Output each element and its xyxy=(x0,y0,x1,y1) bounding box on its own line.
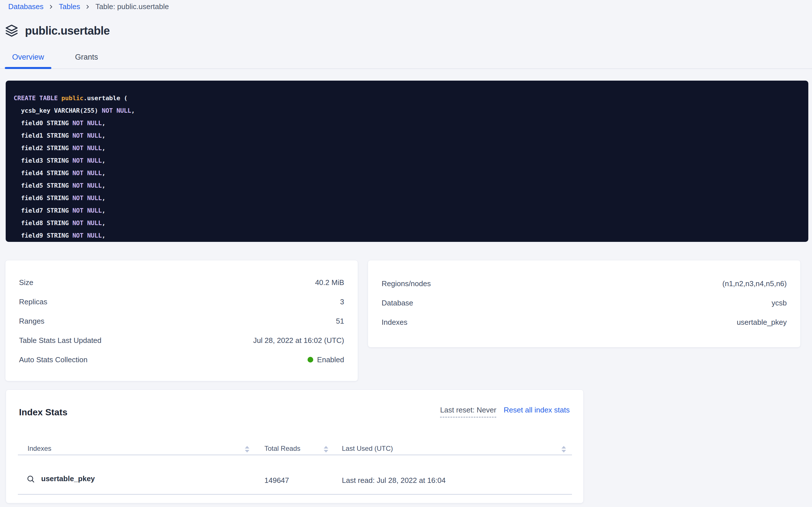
stat-value: 51 xyxy=(336,317,344,326)
index-table-header: Indexes Total Reads Last Used (UTC) xyxy=(6,445,583,454)
sort-arrows-icon[interactable] xyxy=(561,446,566,452)
stat-value: 40.2 MiB xyxy=(315,278,344,287)
column-header-indexes[interactable]: Indexes xyxy=(27,445,51,452)
breadcrumb-link-tables[interactable]: Tables xyxy=(59,2,80,11)
stat-row-database: Database ycsb xyxy=(382,293,787,313)
last-used-cell: Last read: Jul 28, 2022 at 16:04 xyxy=(342,476,446,485)
chevron-right-icon xyxy=(84,4,91,10)
index-stats-header: Index Stats Last reset: Never Reset all … xyxy=(6,390,583,417)
stat-label: Replicas xyxy=(19,297,47,306)
stat-value: ycsb xyxy=(772,299,787,307)
index-stats-meta: Last reset: Never Reset all index stats xyxy=(440,406,570,417)
breadcrumb-link-databases[interactable]: Databases xyxy=(8,2,44,11)
table-details-card: Size 40.2 MiB Replicas 3 Ranges 51 Table… xyxy=(5,260,358,381)
index-name: usertable_pkey xyxy=(41,474,95,483)
breadcrumb: Databases Tables Table: public.usertable xyxy=(8,2,169,11)
sql-code: CREATE TABLE public.usertable ( ycsb_key… xyxy=(14,92,800,242)
breadcrumb-current: Table: public.usertable xyxy=(95,2,169,11)
total-reads-cell: 149647 xyxy=(264,476,289,485)
sort-arrows-icon[interactable] xyxy=(245,446,249,452)
stat-value: Enabled xyxy=(308,355,344,364)
table-location-card: Regions/nodes (n1,n2,n3,n4,n5,n6) Databa… xyxy=(368,260,801,347)
stat-label: Ranges xyxy=(19,317,45,326)
column-header-total-reads[interactable]: Total Reads xyxy=(264,445,301,452)
stat-row-replicas: Replicas 3 xyxy=(19,292,344,312)
stat-label: Auto Stats Collection xyxy=(19,355,87,364)
stat-value: 3 xyxy=(340,297,344,306)
column-header-last-used[interactable]: Last Used (UTC) xyxy=(342,445,393,452)
tab-bar: Overview Grants xyxy=(0,53,812,70)
stat-label: Database xyxy=(382,299,413,307)
stat-row-ranges: Ranges 51 xyxy=(19,312,344,331)
status-dot-green xyxy=(308,357,313,362)
status-text: Enabled xyxy=(317,355,344,364)
stat-label: Regions/nodes xyxy=(382,279,431,288)
stat-row-regions: Regions/nodes (n1,n2,n3,n4,n5,n6) xyxy=(382,274,787,293)
stat-row-auto-stats: Auto Stats Collection Enabled xyxy=(19,350,344,369)
search-icon xyxy=(26,474,35,483)
tab-grants[interactable]: Grants xyxy=(71,53,102,62)
stat-label: Table Stats Last Updated xyxy=(19,336,102,345)
stat-row-size: Size 40.2 MiB xyxy=(19,273,344,292)
table-row: usertable_pkey 149647 Last read: Jul 28,… xyxy=(6,473,583,490)
index-stats-title: Index Stats xyxy=(19,407,67,417)
active-tab-indicator xyxy=(5,67,51,69)
table-divider xyxy=(18,454,572,455)
stat-value: (n1,n2,n3,n4,n5,n6) xyxy=(722,279,787,288)
page-header: public.usertable xyxy=(5,23,110,39)
layers-stack-icon xyxy=(5,24,18,37)
last-reset-label[interactable]: Last reset: Never xyxy=(440,406,496,417)
stat-value: Jul 28, 2022 at 16:02 (UTC) xyxy=(253,336,344,345)
stat-row-stats-updated: Table Stats Last Updated Jul 28, 2022 at… xyxy=(19,331,344,350)
tab-bar-divider xyxy=(0,68,812,69)
stat-row-indexes: Indexes usertable_pkey xyxy=(382,313,787,332)
chevron-right-icon xyxy=(48,4,54,10)
reset-all-index-stats-link[interactable]: Reset all index stats xyxy=(504,406,570,414)
table-details-page: Databases Tables Table: public.usertable… xyxy=(0,0,812,507)
index-name-cell[interactable]: usertable_pkey xyxy=(26,474,95,483)
create-statement-code-block: CREATE TABLE public.usertable ( ycsb_key… xyxy=(6,80,808,242)
page-title: public.usertable xyxy=(25,24,110,37)
stat-value: usertable_pkey xyxy=(737,318,787,327)
table-divider xyxy=(18,494,572,495)
sort-arrows-icon[interactable] xyxy=(324,446,328,452)
stat-label: Indexes xyxy=(382,318,408,327)
stat-label: Size xyxy=(19,278,34,287)
tab-overview[interactable]: Overview xyxy=(5,53,51,62)
index-stats-card: Index Stats Last reset: Never Reset all … xyxy=(6,390,583,503)
